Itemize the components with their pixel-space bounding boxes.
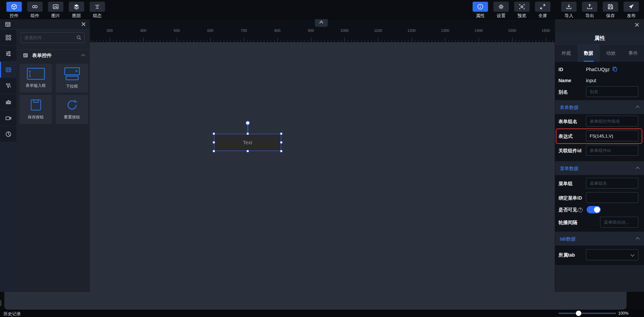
toolbar-button-label: 图层 (72, 13, 81, 19)
toolbar-button-import[interactable]: 导入 (559, 2, 578, 19)
ruler-label: 1300 (441, 29, 449, 33)
save-button-icon (30, 99, 42, 111)
form-widgets-section-header[interactable]: 表单控件 (16, 50, 90, 61)
gear-icon (493, 2, 509, 12)
bottom-right-patch (627, 292, 644, 310)
bind-menu-id-input[interactable] (586, 192, 638, 203)
toolbar-button-properties[interactable]: 属性 (471, 2, 490, 19)
publish-icon (624, 2, 639, 12)
zoom-slider-thumb[interactable] (576, 311, 581, 316)
properties-tabs: 外观 数据 动效 事件 (555, 45, 644, 62)
video-camera-icon (5, 115, 12, 121)
help-icon[interactable]: ? (578, 208, 583, 212)
toolbar-button-settings[interactable]: 设置 (492, 2, 511, 19)
ruler-label: 900 (308, 29, 314, 33)
rail-item-grid[interactable] (0, 30, 16, 46)
rail-item-form-widgets[interactable] (0, 62, 16, 78)
design-canvas[interactable]: 3004005006007008009001000110012001300140… (90, 19, 555, 292)
form-group-name-input[interactable] (586, 116, 638, 126)
alias-label: 别名 (558, 89, 568, 95)
ruler-label: 1000 (340, 29, 348, 33)
zoom-slider[interactable] (558, 313, 616, 314)
resize-handle-top-middle[interactable] (247, 133, 249, 135)
toolbar-button-config[interactable]: 组态 (88, 2, 107, 19)
selected-text-element[interactable]: Text (214, 134, 281, 151)
menu-group-input[interactable] (586, 178, 638, 189)
toolbar-button-preview[interactable]: 预览 (513, 2, 531, 19)
widget-item-form-input[interactable]: 表单输入框 (19, 64, 52, 93)
chevron-up-icon (636, 106, 639, 109)
zoom-percentage: 100% (618, 311, 629, 316)
rotation-stem (248, 125, 248, 133)
id-label: ID (558, 67, 563, 72)
visible-toggle[interactable] (587, 206, 601, 213)
expression-label: 表达式 (558, 134, 573, 140)
tab-events[interactable]: 事件 (622, 45, 644, 62)
form-data-section-header[interactable]: 表单数据 (555, 100, 644, 114)
ruler-collapse-tab[interactable] (315, 19, 328, 27)
toolbar-button-label: 图片 (51, 13, 60, 19)
resize-handle-bottom-left[interactable] (213, 150, 215, 152)
copy-icon[interactable] (612, 66, 618, 72)
rail-item-filter[interactable] (0, 78, 16, 94)
widget-label: 表单输入框 (26, 83, 46, 89)
owner-tab-select[interactable] (586, 249, 638, 260)
resize-handle-top-right[interactable] (280, 133, 282, 135)
resize-handle-bottom-middle[interactable] (247, 150, 249, 152)
rail-item-charts[interactable] (0, 94, 16, 110)
ruler-label: 1600 (542, 29, 550, 33)
bar-chart-icon (5, 99, 12, 105)
toggle-knob (594, 207, 600, 213)
element-text: Text (214, 134, 281, 151)
carousel-interval-input[interactable] (600, 217, 638, 227)
widget-item-dropdown[interactable]: 下拉框 (56, 64, 88, 93)
toolbar-button-components[interactable]: 组件 (25, 2, 44, 19)
left-panel: 表单控件 表单输入框 下拉框 (0, 19, 90, 292)
widget-label: 保存按钮 (28, 114, 44, 120)
toolbar-button-label: 导出 (585, 13, 594, 19)
tab-animation[interactable]: 动效 (600, 45, 622, 62)
widget-item-reset-button[interactable]: 重置按钮 (56, 95, 88, 124)
rail-item-pie[interactable] (0, 126, 16, 142)
toolbar-button-save[interactable]: 保存 (601, 2, 620, 19)
widget-item-save-button[interactable]: 保存按钮 (19, 95, 52, 124)
resize-handle-top-left[interactable] (213, 133, 215, 135)
toolbar-button-fullscreen[interactable]: 全屏 (533, 2, 552, 19)
resize-handle-middle-left[interactable] (213, 141, 215, 144)
section-title: tab数据 (560, 236, 576, 242)
related-component-id-input[interactable] (586, 145, 638, 156)
history-button[interactable]: 历史记录 (3, 311, 21, 317)
toolbar-button-widgets[interactable]: 控件 (5, 2, 23, 19)
toolbar-button-images[interactable]: 图片 (46, 2, 65, 19)
toolbar-button-publish[interactable]: 发布 (622, 2, 641, 19)
bottom-bar: 历史记录 100% (0, 310, 644, 317)
close-icon[interactable] (635, 22, 639, 27)
rotation-handle[interactable] (246, 121, 250, 125)
close-icon[interactable] (81, 22, 86, 27)
rail-item-video[interactable] (0, 110, 16, 126)
resize-handle-bottom-right[interactable] (280, 150, 282, 152)
toolbar-button-label: 导入 (565, 13, 573, 19)
toolbar-button-export[interactable]: 导出 (580, 2, 599, 19)
tab-data-section-header[interactable]: tab数据 (555, 231, 644, 246)
tab-data[interactable]: 数据 (578, 45, 600, 62)
ruler-label: 1400 (475, 29, 483, 33)
chevron-down-icon (631, 253, 634, 256)
menu-data-section-header[interactable]: 菜单数据 (555, 161, 644, 175)
toolbar-button-layers[interactable]: 图层 (67, 2, 86, 19)
left-icon-rail (0, 30, 16, 142)
search-input[interactable] (24, 33, 75, 43)
section-title: 菜单数据 (560, 166, 579, 172)
tab-appearance[interactable]: 外观 (555, 45, 578, 62)
owner-tab-label: 所属tab (558, 252, 575, 258)
rail-item-sliders[interactable] (0, 46, 16, 62)
expression-input[interactable] (586, 130, 638, 141)
table-icon (5, 21, 11, 28)
properties-panel: 属性 外观 数据 动效 事件 ID PhaCUQgz Name input 别名 (555, 19, 644, 292)
chevron-up-icon[interactable] (81, 54, 85, 58)
image-icon (48, 2, 63, 12)
search-icon (76, 35, 82, 40)
resize-handle-middle-right[interactable] (280, 141, 282, 144)
alias-input[interactable] (586, 86, 638, 97)
export-icon (582, 2, 597, 12)
